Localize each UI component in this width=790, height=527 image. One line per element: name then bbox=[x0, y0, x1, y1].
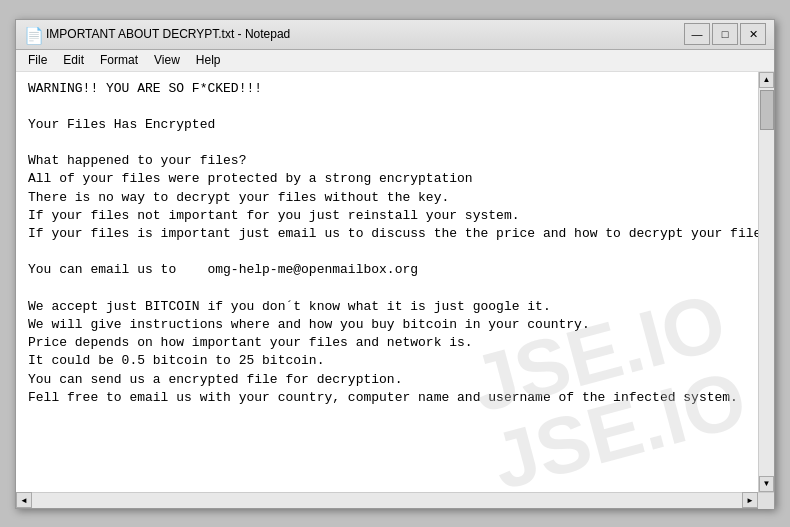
app-icon: 📄 bbox=[24, 26, 40, 42]
horizontal-scrollbar: ◄ ► bbox=[16, 493, 758, 508]
scroll-right-button[interactable]: ► bbox=[742, 492, 758, 508]
window-controls: — □ ✕ bbox=[684, 23, 766, 45]
h-scrollbar-track bbox=[32, 493, 742, 508]
minimize-button[interactable]: — bbox=[684, 23, 710, 45]
scrollbar-thumb[interactable] bbox=[760, 90, 774, 130]
menu-file[interactable]: File bbox=[20, 51, 55, 69]
window-title: IMPORTANT ABOUT DECRYPT.txt - Notepad bbox=[46, 27, 684, 41]
scrollbar-corner bbox=[758, 493, 774, 509]
notepad-window: 📄 IMPORTANT ABOUT DECRYPT.txt - Notepad … bbox=[15, 19, 775, 509]
watermark: JSE.IOJSE.IO bbox=[464, 281, 755, 492]
horizontal-scrollbar-container: ◄ ► bbox=[16, 492, 774, 508]
menu-edit[interactable]: Edit bbox=[55, 51, 92, 69]
vertical-scrollbar: ▲ ▼ bbox=[758, 72, 774, 492]
scroll-left-button[interactable]: ◄ bbox=[16, 492, 32, 508]
maximize-button[interactable]: □ bbox=[712, 23, 738, 45]
title-bar: 📄 IMPORTANT ABOUT DECRYPT.txt - Notepad … bbox=[16, 20, 774, 50]
menu-format[interactable]: Format bbox=[92, 51, 146, 69]
scroll-down-button[interactable]: ▼ bbox=[759, 476, 774, 492]
scrollbar-track bbox=[759, 88, 774, 476]
menu-help[interactable]: Help bbox=[188, 51, 229, 69]
menu-bar: File Edit Format View Help bbox=[16, 50, 774, 72]
close-button[interactable]: ✕ bbox=[740, 23, 766, 45]
text-editor[interactable]: WARNING!! YOU ARE SO F*CKED!!! Your File… bbox=[16, 72, 758, 492]
menu-view[interactable]: View bbox=[146, 51, 188, 69]
content-area: WARNING!! YOU ARE SO F*CKED!!! Your File… bbox=[16, 72, 774, 492]
scroll-up-button[interactable]: ▲ bbox=[759, 72, 774, 88]
